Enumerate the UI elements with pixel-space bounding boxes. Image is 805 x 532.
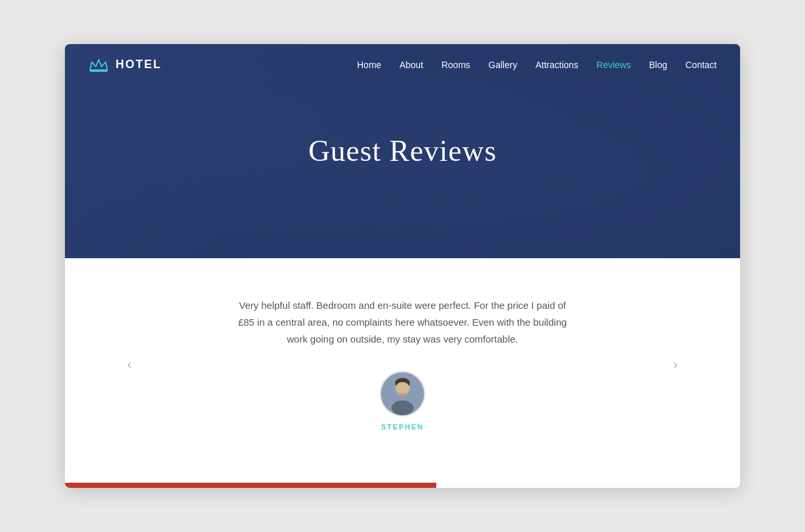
reviewer-avatar	[380, 371, 425, 417]
reviewer-name: STEPHEN	[381, 423, 424, 431]
nav-item-rooms[interactable]: Rooms	[441, 59, 470, 71]
nav-item-blog[interactable]: Blog	[649, 59, 667, 71]
review-text: Very helpful staff. Bedroom and en-suite…	[234, 297, 571, 348]
review-carousel: ‹ Very helpful staff. Bedroom and en-sui…	[117, 297, 688, 431]
carousel-prev-button[interactable]: ‹	[117, 350, 142, 378]
svg-point-5	[396, 382, 410, 396]
crown-icon	[88, 56, 109, 74]
avatar-image	[381, 371, 424, 417]
nav-item-attractions[interactable]: Attractions	[536, 59, 578, 71]
nav-item-home[interactable]: Home	[357, 59, 381, 71]
review-content: Very helpful staff. Bedroom and en-suite…	[142, 297, 663, 431]
logo-text: HOTEL	[116, 58, 162, 71]
nav-item-gallery[interactable]: Gallery	[488, 59, 517, 71]
nav-item-contact[interactable]: Contact	[686, 59, 717, 71]
hero-section: HOTEL Home About Rooms Gallery Attractio…	[65, 44, 740, 258]
hero-title: Guest Reviews	[308, 134, 497, 168]
nav-links: Home About Rooms Gallery Attractions Rev…	[357, 59, 717, 71]
reviews-section: ‹ Very helpful staff. Bedroom and en-sui…	[65, 258, 740, 483]
logo[interactable]: HOTEL	[88, 56, 162, 74]
nav-item-about[interactable]: About	[399, 59, 423, 71]
svg-point-3	[391, 401, 414, 416]
navbar: HOTEL Home About Rooms Gallery Attractio…	[65, 44, 740, 86]
browser-window: HOTEL Home About Rooms Gallery Attractio…	[65, 44, 740, 489]
bottom-section	[65, 483, 740, 488]
red-bottom-bar	[65, 483, 436, 488]
carousel-next-button[interactable]: ›	[663, 350, 688, 378]
nav-item-reviews[interactable]: Reviews	[597, 59, 631, 71]
